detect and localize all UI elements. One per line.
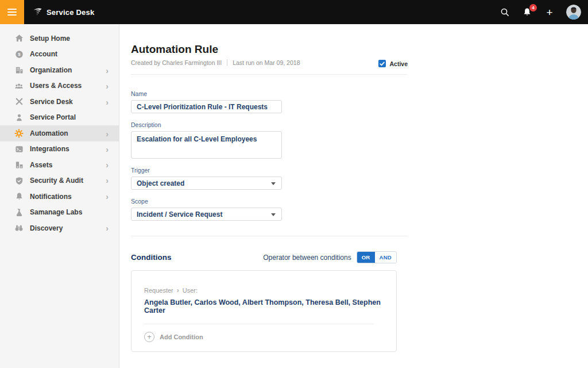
description-input[interactable]: Escalation for all C-Level Employees (131, 131, 282, 159)
breadcrumb-chevron-icon: › (177, 286, 179, 294)
conditions-header: Conditions Operator between conditions O… (131, 251, 397, 263)
home-icon (14, 34, 24, 43)
sidebar-item-integrations[interactable]: Integrations › (0, 141, 119, 158)
scope-select[interactable]: Incident / Service Request (131, 208, 282, 221)
flask-icon (14, 208, 24, 217)
users-icon (14, 81, 24, 90)
page-title: Automation Rule (131, 24, 408, 56)
created-by-text: Created by Charles Farmington III (131, 59, 222, 66)
sidebar-item-setup-home[interactable]: Setup Home (0, 30, 119, 47)
sidebar-item-notifications[interactable]: Notifications › (0, 189, 119, 205)
sidebar-item-service-portal[interactable]: Service Portal (0, 110, 119, 126)
sidebar-item-account[interactable]: $ Account (0, 47, 119, 63)
sidebar-item-organization[interactable]: Organization › (0, 62, 119, 78)
sidebar-item-security-audit[interactable]: Security & Audit › (0, 173, 119, 189)
sidebar-item-users-access[interactable]: Users & Access › (0, 78, 119, 94)
user-avatar[interactable] (566, 5, 581, 20)
name-input[interactable] (131, 100, 282, 113)
sidebar: Setup Home $ Account Organization › User… (0, 24, 119, 368)
topbar-actions: 4 + (499, 5, 588, 20)
plus-circle-icon: + (144, 332, 154, 342)
notification-count-badge: 4 (529, 4, 537, 12)
svg-text:$: $ (18, 52, 21, 57)
gear-icon (14, 129, 24, 138)
shield-icon (14, 176, 24, 185)
person-icon (14, 113, 24, 122)
chevron-right-icon: › (106, 66, 109, 74)
chevron-right-icon: › (106, 177, 109, 185)
operator-segmented-control: OR AND (357, 251, 397, 263)
chevron-right-icon: › (106, 224, 109, 232)
active-label: Active (389, 60, 408, 67)
last-run-text: Last run on Mar 09, 2018 (233, 59, 300, 66)
add-condition-button[interactable]: + Add Condition (144, 332, 384, 342)
condition-card: Requester › User: Angela Butler, Carlos … (131, 270, 397, 352)
chevron-right-icon: › (106, 192, 109, 201)
sidebar-item-assets[interactable]: Assets › (0, 157, 119, 173)
terminal-icon (14, 144, 24, 154)
add-new-icon[interactable]: + (544, 6, 555, 18)
rule-meta: Created by Charles Farmington III Last r… (131, 59, 408, 66)
chevron-right-icon: › (106, 82, 109, 90)
active-toggle[interactable]: Active (378, 60, 408, 67)
trigger-label: Trigger (131, 167, 408, 174)
trigger-select[interactable]: Object created (131, 177, 282, 190)
hamburger-menu-button[interactable] (0, 0, 24, 24)
app-title: Service Desk (47, 8, 94, 17)
assets-icon (14, 160, 24, 170)
dollar-icon: $ (14, 49, 24, 59)
main-content: Automation Rule Created by Charles Farmi… (120, 24, 588, 368)
binoculars-icon (14, 224, 24, 233)
chevron-right-icon: › (106, 97, 109, 106)
meta-separator (227, 59, 227, 66)
sidebar-item-discovery[interactable]: Discovery › (0, 220, 119, 236)
brand: Service Desk (33, 7, 94, 17)
scope-label: Scope (131, 198, 408, 205)
condition-divider (144, 324, 374, 324)
building-icon (14, 66, 24, 75)
sidebar-item-automation[interactable]: Automation › (0, 125, 119, 141)
chevron-right-icon: › (106, 129, 109, 137)
active-checkbox[interactable] (378, 60, 386, 67)
operator-label: Operator between conditions (263, 254, 351, 262)
chevron-right-icon: › (106, 160, 109, 169)
topbar: Service Desk 4 + (0, 0, 588, 24)
tools-icon (14, 97, 24, 106)
sidebar-item-service-desk[interactable]: Service Desk › (0, 94, 119, 110)
search-icon[interactable] (499, 6, 510, 18)
sidebar-item-samanage-labs[interactable]: Samanage Labs (0, 205, 119, 221)
condition-path: Requester › User: (144, 286, 384, 294)
condition-values[interactable]: Angela Butler, Carlos Wood, Albert Thomp… (144, 298, 384, 315)
chevron-right-icon: › (106, 145, 109, 154)
operator-group: Operator between conditions OR AND (263, 251, 397, 263)
operator-or-button[interactable]: OR (357, 252, 375, 263)
operator-and-button[interactable]: AND (375, 252, 396, 263)
solarwinds-logo-icon (33, 7, 42, 17)
header-divider (131, 74, 408, 75)
section-divider (131, 236, 408, 236)
notifications-bell-icon[interactable]: 4 (521, 6, 533, 18)
conditions-heading: Conditions (131, 253, 172, 262)
name-label: Name (131, 90, 408, 97)
bell-icon (14, 192, 24, 201)
description-label: Description (131, 121, 408, 128)
